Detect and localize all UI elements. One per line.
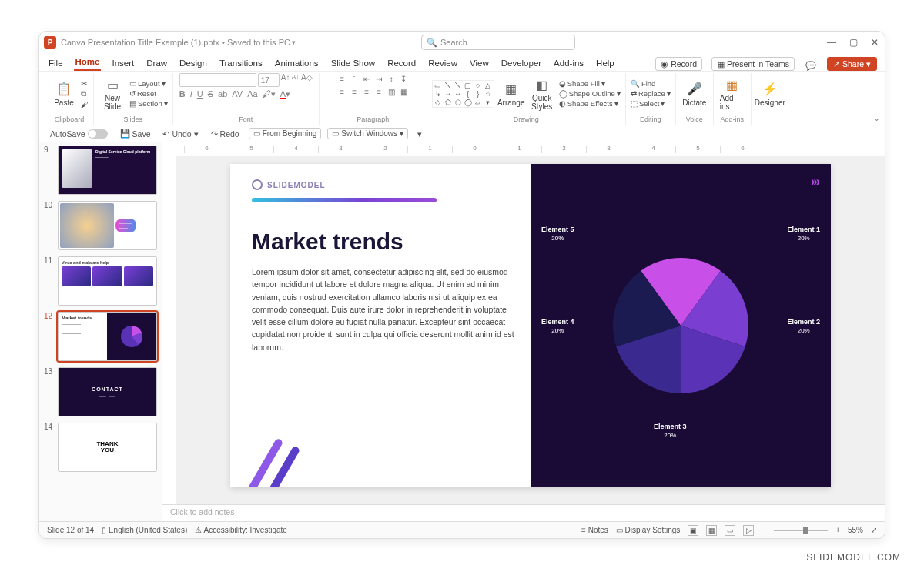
numbering-button[interactable]: ⋮ <box>349 73 360 84</box>
vertical-ruler[interactable] <box>162 156 176 504</box>
zoom-out-button[interactable]: − <box>762 526 766 534</box>
slide-canvas-area[interactable]: SLIDEMODEL Market trends Lorem ipsum dol… <box>162 156 885 504</box>
pie-chart[interactable] <box>596 241 765 410</box>
ribbon-collapse-icon[interactable]: ⌄ <box>873 113 880 123</box>
tab-addins[interactable]: Add-ins <box>552 55 585 71</box>
status-language[interactable]: ▯ English (United States) <box>102 526 187 534</box>
addins-button[interactable]: ▦Add-ins <box>718 75 746 112</box>
tab-transitions[interactable]: Transitions <box>218 55 264 71</box>
font-family-combo[interactable] <box>179 73 256 87</box>
change-case-button[interactable]: Aa <box>247 89 257 99</box>
new-slide-button[interactable]: ▭New Slide <box>99 75 126 112</box>
tab-help[interactable]: Help <box>594 55 616 71</box>
minimize-button[interactable]: — <box>826 37 837 48</box>
align-left-button[interactable]: ≡ <box>336 86 347 97</box>
copy-button[interactable]: ⧉ <box>81 89 89 99</box>
autosave-toggle[interactable]: AutoSave <box>47 129 111 139</box>
tab-animations[interactable]: Animations <box>273 55 320 71</box>
tab-file[interactable]: File <box>47 55 65 71</box>
line-spacing-button[interactable]: ↕ <box>386 73 397 84</box>
slide-thumbnail-14[interactable]: THANKYOU <box>58 423 157 472</box>
view-sorter-button[interactable]: ▦ <box>706 525 717 536</box>
title-dropdown-icon[interactable]: ▾ <box>292 38 296 46</box>
paste-button[interactable]: 📋Paste <box>50 79 78 109</box>
tab-design[interactable]: Design <box>178 55 209 71</box>
clear-format-icon[interactable]: A◇ <box>301 73 313 87</box>
dictate-button[interactable]: 🎤Dictate <box>681 79 708 109</box>
font-color-button[interactable]: A▾ <box>280 89 290 99</box>
view-slideshow-button[interactable]: ▷ <box>743 525 754 536</box>
section-button[interactable]: ▤ Section ▾ <box>129 99 168 108</box>
slide-body-text[interactable]: Lorem ipsum dolor sit amet, consectetur … <box>252 266 515 353</box>
shadow-button[interactable]: ab <box>218 89 227 99</box>
comments-icon[interactable]: 💬 <box>804 61 818 71</box>
justify-button[interactable]: ≡ <box>373 86 384 97</box>
shapes-gallery[interactable]: ▭＼＼▢○△ ↳→↔{}☆ ◇⬠⬡◯▱▾ <box>432 80 494 108</box>
qat-customize-icon[interactable]: ▾ <box>414 129 425 139</box>
fit-to-window-button[interactable]: ⤢ <box>871 526 877 534</box>
char-spacing-button[interactable]: AV <box>232 89 243 99</box>
columns-button[interactable]: ▥ <box>386 86 397 97</box>
view-reading-button[interactable]: ▭ <box>725 525 735 536</box>
tab-home[interactable]: Home <box>74 54 102 71</box>
italic-button[interactable]: I <box>190 89 192 99</box>
designer-button[interactable]: ⚡Designer <box>756 79 784 109</box>
slide-thumbnail-12[interactable]: Market trends––––––––––––––––––––––––––– <box>58 312 157 361</box>
view-normal-button[interactable]: ▣ <box>688 525 698 536</box>
shape-outline-button[interactable]: ◯ Shape Outline ▾ <box>559 89 621 98</box>
maximize-button[interactable]: ▢ <box>848 37 859 48</box>
share-button[interactable]: ↗ Share ▾ <box>827 57 877 71</box>
format-painter-button[interactable]: 🖌 <box>81 100 89 109</box>
horizontal-ruler[interactable]: 6543210123456 <box>162 142 885 156</box>
tab-insert[interactable]: Insert <box>110 55 136 71</box>
tab-developer[interactable]: Developer <box>500 55 543 71</box>
text-direction-button[interactable]: ↧ <box>398 73 409 84</box>
slide-canvas[interactable]: SLIDEMODEL Market trends Lorem ipsum dol… <box>230 164 831 487</box>
slide-thumbnail-13[interactable]: CONTACT–––– –––– <box>58 367 157 416</box>
cut-button[interactable]: ✂ <box>81 79 89 88</box>
strike-button[interactable]: S <box>208 89 213 99</box>
quick-styles-button[interactable]: ◧Quick Styles <box>528 75 556 112</box>
highlight-color-button[interactable]: 🖍▾ <box>263 89 276 99</box>
indent-dec-button[interactable]: ⇤ <box>361 73 372 84</box>
replace-button[interactable]: ⇄ Replace ▾ <box>631 89 671 98</box>
find-button[interactable]: 🔍 Find <box>631 79 671 88</box>
reset-button[interactable]: ↺ Reset <box>129 89 168 98</box>
record-button[interactable]: ◉ Record <box>655 57 702 71</box>
notes-pane[interactable]: Click to add notes <box>162 504 885 521</box>
switch-windows-button[interactable]: ▭ Switch Windows ▾ <box>327 128 408 139</box>
tab-record[interactable]: Record <box>386 55 417 71</box>
slide-thumbnail-10[interactable]: –––––––––– <box>58 201 157 250</box>
slide-thumbnail-9[interactable]: Digital Service Cloud platform––––––––––… <box>58 146 157 195</box>
align-right-button[interactable]: ≡ <box>361 86 372 97</box>
smartart-button[interactable]: ▦ <box>398 86 409 97</box>
slide-thumbnail-panel[interactable]: 9 Digital Service Cloud platform––––––––… <box>39 142 162 521</box>
status-display-settings[interactable]: ▭ Display Settings <box>616 526 680 534</box>
increase-font-icon[interactable]: A↑ <box>281 73 290 87</box>
bold-button[interactable]: B <box>179 89 186 99</box>
redo-button[interactable]: ↷ Redo <box>208 129 243 139</box>
indent-inc-button[interactable]: ⇥ <box>373 73 384 84</box>
zoom-slider[interactable] <box>774 530 828 531</box>
undo-button[interactable]: ↶ Undo ▾ <box>159 129 201 139</box>
select-button[interactable]: ⬚ Select ▾ <box>631 99 671 108</box>
tab-draw[interactable]: Draw <box>145 55 169 71</box>
status-accessibility[interactable]: ⚠ Accessibility: Investigate <box>195 526 287 534</box>
status-notes-button[interactable]: ≡ Notes <box>581 526 608 534</box>
shape-fill-button[interactable]: ◒ Shape Fill ▾ <box>559 79 621 88</box>
tab-view[interactable]: View <box>468 55 490 71</box>
save-button[interactable]: 💾 Save <box>117 128 154 139</box>
decrease-font-icon[interactable]: A↓ <box>291 73 300 87</box>
zoom-level[interactable]: 55% <box>848 526 863 534</box>
present-in-teams-button[interactable]: ▦ Present in Teams <box>711 57 795 71</box>
font-size-combo[interactable]: 17 <box>258 73 280 87</box>
tab-review[interactable]: Review <box>427 55 459 71</box>
from-beginning-button[interactable]: ▭ From Beginning <box>249 128 322 139</box>
zoom-in-button[interactable]: + <box>835 526 840 534</box>
shape-effects-button[interactable]: ◐ Shape Effects ▾ <box>559 99 621 108</box>
layout-button[interactable]: ▭ Layout ▾ <box>129 79 168 88</box>
arrange-button[interactable]: ▦Arrange <box>497 79 525 109</box>
slide-thumbnail-11[interactable]: Virus and malware help <box>58 256 157 306</box>
search-box[interactable]: 🔍 Search <box>421 35 575 50</box>
close-button[interactable]: ✕ <box>869 37 880 48</box>
